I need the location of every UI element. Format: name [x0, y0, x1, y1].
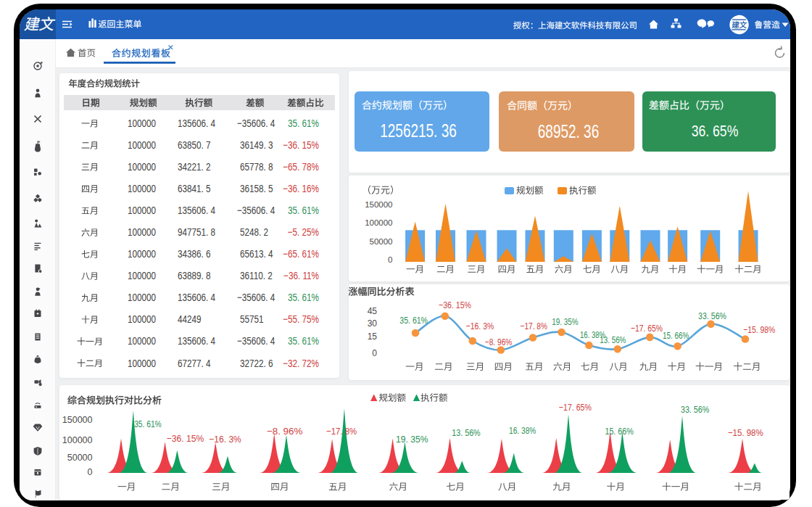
svg-text:50000: 50000	[370, 237, 393, 246]
svg-text:45: 45	[368, 306, 378, 316]
svg-text:−15. 98%: −15. 98%	[728, 427, 763, 438]
svg-text:−17. 8%: −17. 8%	[326, 426, 357, 437]
svg-text:−8. 96%: −8. 96%	[267, 426, 302, 437]
svg-text:100000: 100000	[62, 435, 93, 445]
svg-text:−8. 96%: −8. 96%	[485, 337, 513, 347]
svg-text:35. 61%: 35. 61%	[134, 419, 162, 429]
svg-text:33. 56%: 33. 56%	[698, 310, 726, 321]
svg-text:−16. 3%: −16. 3%	[209, 434, 241, 445]
svg-text:−36. 15%: −36. 15%	[439, 300, 471, 310]
svg-text:150000: 150000	[365, 200, 392, 209]
svg-text:−16. 3%: −16. 3%	[466, 321, 494, 331]
svg-text:15. 66%: 15. 66%	[663, 330, 689, 341]
svg-text:30: 30	[368, 318, 378, 329]
svg-text:13. 56%: 13. 56%	[452, 427, 481, 438]
svg-text:0: 0	[388, 255, 392, 264]
svg-text:150000: 150000	[62, 415, 93, 425]
svg-text:−17. 65%: −17. 65%	[559, 402, 592, 413]
svg-text:100000: 100000	[365, 218, 392, 227]
svg-text:19. 35%: 19. 35%	[396, 434, 428, 445]
svg-text:16. 38%: 16. 38%	[509, 425, 536, 436]
svg-text:0: 0	[88, 467, 93, 477]
svg-text:15: 15	[368, 331, 378, 342]
svg-text:0: 0	[372, 348, 377, 358]
svg-text:−15. 98%: −15. 98%	[743, 324, 775, 335]
svg-text:−36. 15%: −36. 15%	[167, 433, 204, 444]
svg-text:33. 56%: 33. 56%	[681, 404, 710, 415]
svg-text:−17. 65%: −17. 65%	[631, 323, 663, 334]
svg-text:19. 35%: 19. 35%	[552, 316, 578, 327]
svg-text:−17. 8%: −17. 8%	[521, 321, 548, 331]
svg-text:13. 56%: 13. 56%	[600, 334, 626, 345]
svg-text:35. 61%: 35. 61%	[399, 315, 428, 326]
svg-text:50000: 50000	[67, 453, 93, 463]
svg-text:15. 66%: 15. 66%	[605, 426, 634, 437]
